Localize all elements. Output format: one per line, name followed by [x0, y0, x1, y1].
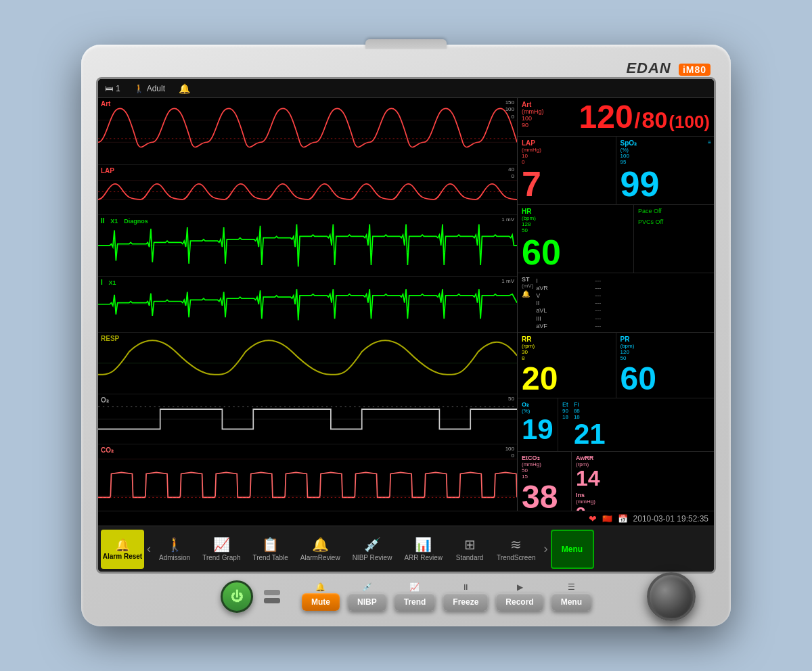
fi-col: Fi 8818 21	[574, 401, 606, 448]
co2-channel: CO₂ 100 0	[98, 444, 517, 511]
art-vital-unit: (mmHg)	[522, 108, 544, 115]
datetime-display: 2010-03-01 19:52:35	[633, 514, 708, 524]
record-icon: ▶	[517, 582, 523, 592]
rr-vital[interactable]: RR (rpm) 30 8 20	[518, 333, 616, 398]
awrr-ins[interactable]: AwRR (rpm) 14 Ins (mmHg) 2	[572, 452, 714, 511]
indicator-2	[264, 598, 280, 603]
lap-wave-label: LAP	[101, 167, 114, 175]
trend-graph-button[interactable]: 📈 Trend Graph	[197, 530, 246, 569]
rotary-knob[interactable]	[647, 572, 696, 621]
trend-screen-button[interactable]: ≋ TrendScreen	[491, 530, 541, 569]
etco2-unit: (mmHg)	[522, 461, 567, 467]
lap-spo2-row: LAP (mmHg) 10 0 7 SpO₂ (%)	[518, 137, 714, 205]
hr-vital[interactable]: HR (bpm) 128 50 60	[518, 205, 634, 273]
freeze-icon: ⏸	[461, 582, 470, 592]
bed-indicator: 🛏 1	[105, 84, 120, 93]
st-grid: I--- aVR--- V--- II--- aVL--- III--- aVF…	[536, 277, 710, 329]
trend-icon: 📈	[409, 582, 420, 592]
co2-wave-label: CO₂	[101, 446, 114, 454]
o2-fi-et[interactable]: Et 9018 Fi 8818 21	[558, 398, 714, 451]
spo2-value: 99	[621, 166, 710, 202]
resp-waveform	[98, 333, 517, 394]
art-channel: Art 150 100 0	[98, 98, 517, 165]
resp-channel: RESP	[98, 333, 517, 394]
toolbar: 🔔 Alarm Reset ‹ 🚶 Admission 📈 Trend Grap…	[98, 526, 714, 572]
vitals-panel: Art (mmHg) 100 90 120 / 80 (100)	[518, 98, 714, 511]
menu-phys-button[interactable]: ☰ Menu	[551, 582, 591, 611]
nibp-review-button[interactable]: 💉 NIBP Review	[347, 530, 398, 569]
waveform-area: Art 150 100 0	[98, 98, 518, 511]
art-vital[interactable]: Art (mmHg) 100 90 120 / 80 (100)	[518, 98, 714, 137]
st-unit: (mV)	[522, 283, 533, 289]
trend-table-button[interactable]: 📋 Trend Table	[247, 530, 293, 569]
etco2-label: EtCO₂	[522, 455, 567, 461]
st-vital[interactable]: ST (mV) 🔔 I--- aVR--- V--- II--- aVL---	[518, 273, 714, 333]
toolbar-left-arrow[interactable]: ‹	[145, 542, 152, 556]
admission-button[interactable]: 🚶 Admission	[154, 530, 196, 569]
trend-button[interactable]: 📈 Trend	[394, 582, 436, 611]
o2-wave-label: O₂	[101, 396, 109, 404]
pvcs-label: PVCs Off	[638, 218, 710, 225]
hr-options[interactable]: Pace Off PVCs Off	[634, 205, 714, 273]
art-systolic: 120	[579, 101, 633, 133]
spo2-scale: 100 95	[621, 153, 637, 165]
pr-scale: 120 50	[621, 349, 710, 361]
brand-name: EDAN	[626, 60, 671, 76]
o2-value: 19	[522, 415, 554, 444]
brand-label: EDAN iM80	[626, 60, 710, 77]
o2-row: O₂ (%) 19 Et 9018 Fi 8818 21	[518, 398, 714, 452]
spo2-menu-icon: ≡	[708, 139, 711, 145]
record-button[interactable]: ▶ Record	[496, 582, 543, 611]
freeze-button[interactable]: ⏸ Freeze	[443, 582, 488, 611]
alarm-reset-button[interactable]: 🔔 Alarm Reset	[101, 530, 144, 569]
pr-value: 60	[621, 363, 710, 395]
awrr-label: AwRR	[576, 455, 710, 461]
o2-waveform	[98, 394, 517, 444]
main-display: Art 150 100 0	[98, 98, 714, 511]
lap-vital[interactable]: LAP (mmHg) 10 0 7	[518, 137, 616, 204]
mute-button[interactable]: 🔔 Mute	[302, 582, 340, 611]
art-waveform	[98, 98, 517, 164]
etco2-scale: 50 15	[522, 467, 567, 480]
et-col: Et 9018	[562, 401, 568, 448]
o2-channel: O₂ 50	[98, 394, 517, 444]
status-icon-3: 📅	[618, 514, 628, 524]
toolbar-right-arrow[interactable]: ›	[543, 542, 549, 556]
menu-phys-icon: ☰	[568, 582, 575, 592]
mute-icon: 🔔	[315, 582, 325, 592]
datetime-bar: ❤ 🇨🇳 📅 2010-03-01 19:52:35	[98, 511, 714, 526]
o2-vital[interactable]: O₂ (%) 19	[518, 398, 558, 451]
awrr-value: 14	[576, 467, 710, 489]
co2-waveform	[98, 444, 517, 511]
rr-pr-row: RR (rpm) 30 8 20 PR (bpm) 120	[518, 333, 714, 398]
nibp-button[interactable]: 💉 NIBP	[348, 582, 386, 611]
pr-label: PR	[621, 336, 710, 343]
patient-type-label: Adult	[147, 84, 165, 93]
lap-value: 7	[522, 166, 612, 202]
arr-review-button[interactable]: 📊 ARR Review	[399, 530, 448, 569]
resp-wave-label: RESP	[101, 335, 119, 342]
o2-vital-label: O₂	[522, 401, 554, 408]
ins-label: Ins	[576, 492, 710, 499]
ins-value: 2	[576, 505, 710, 511]
art-map: (100)	[669, 112, 710, 133]
spo2-vital[interactable]: SpO₂ (%) 100 95 ≡ 99	[616, 137, 715, 204]
monitor-body: EDAN iM80 🛏 1 🚶 Adult 🔔 Art	[81, 45, 731, 626]
alarm-review-button[interactable]: 🔔 AlarmReview	[295, 530, 346, 569]
menu-button[interactable]: Menu	[551, 530, 594, 569]
standard-button[interactable]: ⊞ Standard	[449, 530, 490, 569]
art-vital-label: Art	[522, 101, 544, 108]
ecg-i-waveform	[98, 277, 517, 332]
pr-vital[interactable]: PR (bpm) 120 50 60	[616, 333, 715, 398]
hr-unit: (bpm)	[522, 215, 629, 221]
lap-vital-unit: (mmHg)	[522, 147, 612, 153]
nibp-icon: 💉	[362, 582, 372, 592]
status-bar: 🛏 1 🚶 Adult 🔔	[98, 79, 714, 98]
power-button[interactable]: ⏻	[221, 580, 253, 613]
art-wave-label: Art	[101, 100, 110, 108]
patient-type: 🚶 Adult	[134, 84, 165, 93]
hr-scale: 128 50	[522, 221, 629, 233]
lap-waveform	[98, 165, 517, 214]
etco2-vital[interactable]: EtCO₂ (mmHg) 50 15 38	[518, 452, 572, 511]
hr-label: HR	[522, 208, 629, 215]
